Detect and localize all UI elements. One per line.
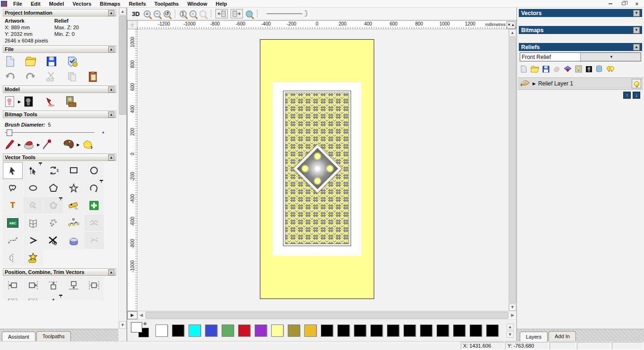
colour-swatch-20[interactable] [486, 324, 498, 337]
open-relief-button[interactable] [531, 66, 539, 74]
colour-swatch-18[interactable] [453, 324, 465, 337]
light-settings-button[interactable] [43, 96, 56, 107]
create-text-tool[interactable]: T [3, 197, 23, 214]
expand-layer-arrow[interactable]: ▶ [532, 81, 536, 86]
tab-add-in[interactable]: Add In [549, 331, 576, 341]
colour-swatch-1[interactable] [172, 324, 184, 337]
fit-curves-to-vectors-tool[interactable] [64, 214, 84, 231]
model-canvas[interactable] [137, 29, 508, 311]
menu-file[interactable]: File [9, 0, 26, 7]
snap-grid-toggle-tool[interactable] [84, 197, 104, 214]
expand-vectors-button[interactable]: ▼ [633, 10, 640, 17]
colour-swatch-13[interactable] [370, 324, 383, 337]
create-vector-boundary-tool[interactable] [23, 249, 43, 266]
measure-tool[interactable] [64, 197, 84, 214]
chevron-down-icon[interactable]: ▼ [580, 53, 641, 61]
delete-relief-layer-button[interactable] [596, 65, 602, 74]
ruler-toggle-button[interactable]: ▶ [127, 311, 137, 319]
distort-vectors-tool[interactable] [23, 214, 43, 231]
minimize-button[interactable] [607, 1, 614, 7]
menu-vectors[interactable]: Vectors [69, 0, 96, 7]
block-copy-tool[interactable]: a a [64, 294, 84, 300]
scroll-down-button[interactable]: ▼ [119, 321, 126, 329]
colour-swatch-6[interactable] [255, 324, 267, 337]
node-editing-tool[interactable] [23, 162, 43, 179]
add-relief-layer-button[interactable] [564, 66, 572, 74]
collapse-bitmap-button[interactable]: ▲ [108, 111, 114, 118]
menu-reliefs[interactable]: Reliefs [125, 0, 150, 7]
paint-brush-button[interactable] [4, 139, 16, 150]
center-in-page-tool[interactable] [3, 294, 23, 300]
select-vectors-tool[interactable] [3, 162, 23, 179]
collapse-reliefs-button[interactable]: ▲ [633, 44, 640, 51]
colour-swatch-2[interactable] [189, 324, 201, 337]
greyscale-view-button[interactable] [585, 66, 592, 74]
smooth-vectors-tool-disabled[interactable] [84, 214, 104, 231]
colour-swatch-4[interactable] [222, 324, 234, 337]
colour-swatch-19[interactable] [470, 324, 482, 337]
next-view-button[interactable] [231, 9, 243, 18]
colour-palette-button[interactable] [62, 139, 75, 150]
tab-assistant[interactable]: Assistant [2, 332, 35, 341]
move-to-position-tool[interactable] [43, 294, 63, 300]
toggle-all-layers-button[interactable] [606, 65, 615, 74]
colour-swatch-0[interactable] [155, 324, 168, 337]
model-properties-button[interactable] [66, 56, 78, 67]
relief-select[interactable]: Front Relief ▼ [520, 52, 641, 61]
palette-scroll-up-button[interactable]: ▲ [507, 324, 514, 330]
open-model-button[interactable] [25, 56, 37, 67]
view-3d-button[interactable]: 3D [131, 10, 141, 17]
collapse-file-button[interactable]: ▲ [108, 46, 114, 52]
link-colours-icon[interactable]: ⊕ [143, 321, 147, 326]
scroll-down-button[interactable]: ▼ [509, 304, 516, 311]
collapse-position-button[interactable]: ▲ [108, 269, 114, 275]
transform-vectors-tool[interactable] [43, 162, 63, 179]
assistant-scrollbar[interactable]: ▲ ▼ [118, 8, 127, 341]
create-ellipse-tool[interactable] [23, 179, 43, 196]
nest-vectors-tool[interactable]: Nes [84, 294, 104, 300]
menu-toolpaths[interactable]: Toolpaths [150, 0, 183, 7]
menu-window[interactable]: Window [183, 0, 211, 7]
collapse-vector-button[interactable]: ▲ [108, 154, 114, 161]
paste-along-curve-tool[interactable] [43, 214, 63, 231]
edit-bezier-curve-tool[interactable] [3, 232, 23, 249]
menu-bitmaps[interactable]: Bitmaps [95, 0, 124, 7]
scrollbar-thumb[interactable] [509, 37, 516, 303]
close-button[interactable]: × [634, 1, 640, 7]
zoom-fit-button[interactable]: ▫ [189, 10, 197, 17]
new-model-button[interactable] [4, 56, 16, 67]
zoom-slider-handle[interactable] [305, 10, 307, 17]
create-arc-tool[interactable] [84, 179, 104, 196]
brush-diameter-slider[interactable]: ✦ [5, 128, 113, 137]
create-star-tool[interactable] [64, 179, 84, 196]
colour-swatch-7[interactable] [271, 324, 283, 337]
save-model-button[interactable] [45, 56, 58, 67]
flood-fill-button[interactable] [81, 139, 94, 150]
zoom-slider[interactable] [266, 10, 307, 17]
menu-model[interactable]: Model [45, 0, 69, 7]
create-polygon-tool[interactable] [43, 179, 63, 196]
paint-bucket-button[interactable] [23, 139, 35, 150]
align-left-tool[interactable] [3, 277, 23, 294]
colour-swatch-8[interactable] [288, 324, 300, 337]
zoom-previous-button[interactable]: ↺ [163, 10, 171, 17]
create-circle-tool[interactable] [84, 162, 104, 179]
colour-picker-button[interactable] [42, 139, 54, 150]
greyscale-preview-button[interactable] [4, 96, 16, 107]
colour-swatch-14[interactable] [387, 324, 399, 337]
align-right-tool[interactable] [23, 277, 43, 294]
palette-scroll-down-button[interactable]: ▼ [507, 331, 514, 338]
scroll-up-button[interactable]: ▲ [119, 8, 126, 15]
zoom-1to1-button[interactable]: 1 [180, 10, 187, 17]
zoom-in-button[interactable]: + [144, 10, 151, 17]
colour-swatch-12[interactable] [354, 324, 366, 337]
scrollbar-thumb[interactable] [146, 312, 508, 319]
vector-paint-tool-disabled[interactable] [23, 197, 43, 214]
tab-layers[interactable]: Layers [520, 332, 548, 341]
undo-button[interactable] [4, 71, 16, 82]
scroll-left-button[interactable]: ◀ [137, 311, 145, 319]
zoom-selection-button-disabled[interactable] [199, 10, 206, 17]
colour-swatch-9[interactable] [304, 324, 317, 337]
save-relief-button[interactable] [542, 66, 550, 74]
scrollbar-thumb[interactable] [119, 16, 126, 115]
